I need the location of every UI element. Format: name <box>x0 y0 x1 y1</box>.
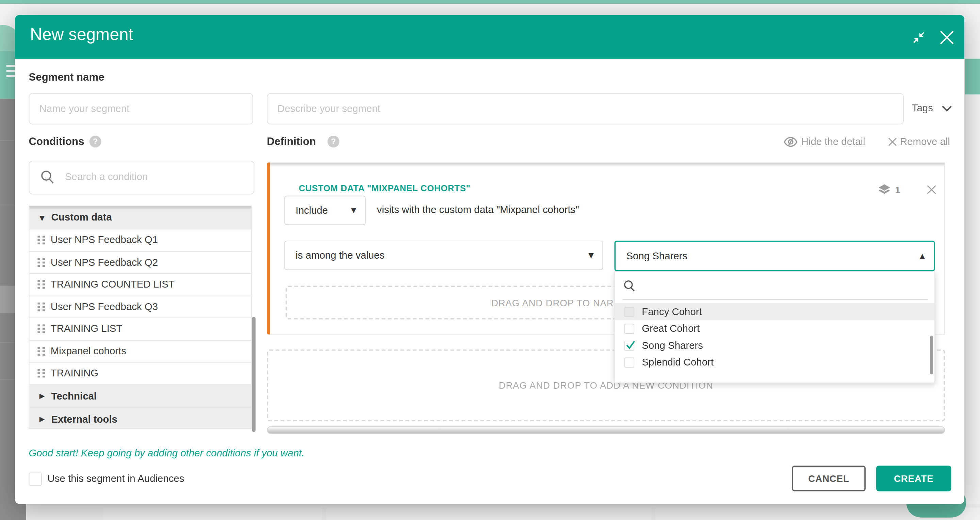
eye-slash-icon[interactable] <box>784 136 797 147</box>
cohort-option[interactable]: Song Sharers <box>615 337 934 354</box>
audiences-checkbox[interactable] <box>29 473 42 486</box>
conditions-help-icon[interactable]: ? <box>89 136 102 148</box>
option-checkbox[interactable] <box>624 340 634 350</box>
option-label: Great Cohort <box>642 323 700 334</box>
condition-label: User NPS Feedback Q1 <box>51 234 158 246</box>
condition-label: TRAINING LIST <box>51 323 123 334</box>
search-icon <box>623 279 636 292</box>
caret-up-icon: ▲ <box>920 252 925 260</box>
caret-icon: ▶ <box>40 392 48 400</box>
definition-horizontal-scrollbar[interactable] <box>267 426 945 434</box>
tip-text: Good start! Keep going by adding other c… <box>29 447 304 459</box>
condition-search-input[interactable] <box>29 161 252 192</box>
remove-all-button[interactable]: Remove all <box>900 136 950 147</box>
modal-header <box>15 15 964 59</box>
cohort-option[interactable]: Splendid Cohort <box>615 354 934 371</box>
caret-down-icon: ▼ <box>351 206 356 215</box>
condition-label: TRAINING <box>51 367 98 379</box>
app-navbar-right <box>965 59 980 95</box>
conditions-title: Conditions <box>29 136 84 148</box>
condition-label: User NPS Feedback Q2 <box>51 257 158 268</box>
condition-list-row[interactable]: TRAINING COUNTED LIST <box>29 273 251 296</box>
condition-close-icon[interactable] <box>927 185 937 195</box>
cancel-button[interactable]: CANCEL <box>792 466 865 491</box>
conditions-scrollbar[interactable] <box>252 317 256 432</box>
values-scrollbar[interactable] <box>930 336 933 374</box>
segment-name-input[interactable] <box>29 93 253 124</box>
condition-list-row[interactable]: User NPS Feedback Q2 <box>29 251 251 273</box>
definition-title: Definition <box>267 136 316 148</box>
condition-label: Custom data <box>51 212 112 223</box>
condition-label: Mixpanel cohorts <box>51 345 126 357</box>
drag-handle-icon[interactable] <box>37 280 46 289</box>
condition-card-accent <box>267 163 270 334</box>
include-select-value: Include <box>296 205 328 216</box>
drag-handle-icon[interactable] <box>37 236 46 245</box>
drag-handle-icon[interactable] <box>37 302 46 312</box>
drag-handle-icon[interactable] <box>37 258 46 267</box>
condition-list-row[interactable]: ▶ External tools <box>29 407 251 429</box>
drag-handle-icon[interactable] <box>37 324 46 334</box>
cohort-option[interactable]: Great Cohort <box>615 320 934 337</box>
values-search-input[interactable] <box>640 276 915 296</box>
chevron-down-icon[interactable] <box>941 105 953 113</box>
drag-handle-icon[interactable] <box>37 347 46 356</box>
option-label: Song Sharers <box>642 340 703 351</box>
dropzone-narrow-text: DRAG AND DROP TO NAR <box>412 297 614 308</box>
condition-sentence: visits with the custom data "Mixpanel co… <box>377 205 579 216</box>
values-select-value: Song Sharers <box>626 250 687 262</box>
condition-list-row[interactable]: User NPS Feedback Q1 <box>29 229 251 251</box>
tags-dropdown-label[interactable]: Tags <box>912 102 933 114</box>
values-select[interactable]: Song Sharers ▲ <box>614 241 935 271</box>
modal-title: New segment <box>30 25 133 44</box>
condition-list-row[interactable]: TRAINING <box>29 362 251 384</box>
collapse-icon[interactable] <box>911 30 926 45</box>
condition-label: Technical <box>51 390 97 402</box>
segment-name-label: Segment name <box>29 71 104 84</box>
condition-list-row[interactable]: TRAINING LIST <box>29 318 251 340</box>
condition-list-row[interactable]: User NPS Feedback Q3 <box>29 296 251 318</box>
hide-detail-button[interactable]: Hide the detail <box>801 136 865 147</box>
option-checkbox[interactable] <box>624 357 634 367</box>
condition-label: External tools <box>51 413 118 425</box>
condition-label: TRAINING COUNTED LIST <box>51 279 175 290</box>
option-checkbox[interactable] <box>624 324 634 334</box>
app-content-behind <box>26 504 980 520</box>
bg-panel <box>326 507 651 520</box>
layers-icon <box>878 184 891 196</box>
app-top-strip <box>0 0 980 4</box>
operator-select-value: is among the values <box>296 250 385 261</box>
condition-list-row[interactable]: Mixpanel cohorts <box>29 340 251 362</box>
segment-description-input[interactable] <box>267 93 904 124</box>
bg-panel <box>103 507 322 520</box>
option-label: Fancy Cohort <box>642 306 702 317</box>
remove-all-x-icon[interactable] <box>888 137 897 146</box>
caret-icon: ▶ <box>40 415 48 423</box>
conditions-list: ▼ Custom data User NPS Feedback Q1 <box>29 205 252 429</box>
drag-handle-icon[interactable] <box>37 369 46 378</box>
condition-label: User NPS Feedback Q3 <box>51 301 158 312</box>
option-label: Splendid Cohort <box>642 357 714 368</box>
definition-help-icon[interactable]: ? <box>327 136 339 148</box>
condition-card-title: CUSTOM DATA "MIXPANEL COHORTS" <box>299 183 471 193</box>
cohort-option[interactable]: Fancy Cohort <box>615 303 934 320</box>
condition-list-row[interactable]: ▼ Custom data <box>29 206 251 229</box>
audiences-label: Use this segment in Audiences <box>48 473 185 484</box>
condition-list-row[interactable]: ▶ Technical <box>29 384 251 407</box>
include-select[interactable]: Include ▼ <box>285 196 366 225</box>
option-checkbox[interactable] <box>624 307 634 316</box>
caret-icon: ▼ <box>40 213 48 221</box>
caret-down-icon: ▼ <box>588 251 594 259</box>
operator-select[interactable]: is among the values ▼ <box>285 241 603 270</box>
panel-divider <box>622 299 928 300</box>
close-icon[interactable] <box>939 29 955 46</box>
values-dropdown-panel: Fancy Cohort Great Cohort Song Sharers S… <box>614 271 935 383</box>
create-button[interactable]: CREATE <box>876 466 951 491</box>
layer-count: 1 <box>895 184 900 195</box>
